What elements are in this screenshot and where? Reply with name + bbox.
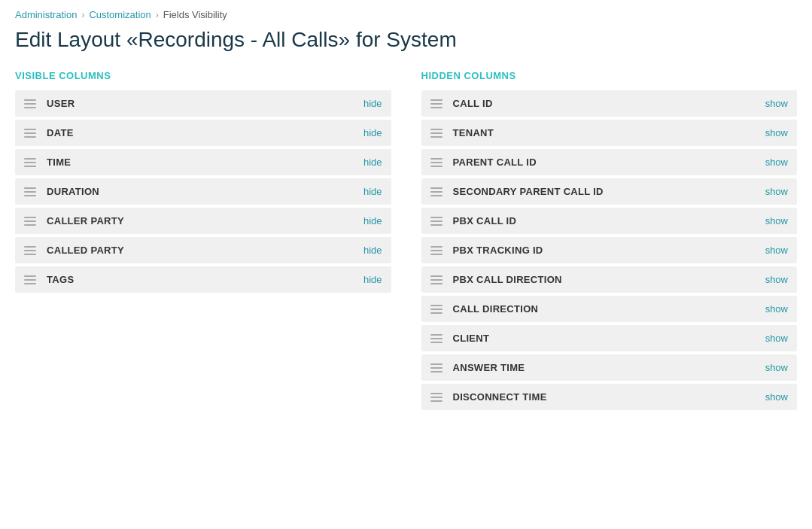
table-row: DURATION hide — [15, 178, 391, 205]
visible-columns-rows: USER hide DATE hide TIME hide DURATION h… — [15, 90, 391, 293]
table-row: SECONDARY PARENT CALL ID show — [421, 178, 798, 205]
table-row: DISCONNECT TIME show — [421, 384, 798, 410]
row-label: CLIENT — [453, 333, 765, 344]
drag-handle[interactable] — [24, 129, 36, 138]
table-row: TIME hide — [15, 149, 391, 175]
drag-handle[interactable] — [24, 275, 36, 284]
table-row: PBX CALL DIRECTION show — [421, 266, 798, 293]
table-row: DATE hide — [15, 120, 391, 146]
table-row: ANSWER TIME show — [421, 354, 798, 381]
show-button[interactable]: show — [765, 333, 788, 344]
row-label: ANSWER TIME — [453, 362, 765, 373]
table-row: TAGS hide — [15, 266, 391, 293]
drag-handle[interactable] — [24, 187, 36, 196]
hide-button[interactable]: hide — [363, 215, 382, 226]
row-label: PARENT CALL ID — [453, 157, 765, 168]
columns-container: VISIBLE COLUMNS USER hide DATE hide TIME… — [15, 70, 797, 410]
table-row: USER hide — [15, 90, 391, 117]
drag-handle[interactable] — [430, 158, 442, 167]
row-label: DISCONNECT TIME — [453, 391, 765, 403]
table-row: CALLER PARTY hide — [15, 208, 391, 234]
show-button[interactable]: show — [765, 245, 788, 256]
hidden-columns-section: HIDDEN COLUMNS CALL ID show TENANT show … — [421, 70, 798, 410]
table-row: PBX TRACKING ID show — [421, 237, 798, 263]
breadcrumb: Administration › Customization › Fields … — [15, 9, 797, 20]
drag-handle[interactable] — [430, 334, 442, 343]
drag-handle[interactable] — [430, 363, 442, 372]
page-title: Edit Layout «Recordings - All Calls» for… — [15, 28, 797, 52]
table-row: PBX CALL ID show — [421, 208, 798, 234]
table-row: CALLED PARTY hide — [15, 237, 391, 263]
drag-handle[interactable] — [24, 217, 36, 226]
row-label: CALLED PARTY — [47, 245, 363, 256]
show-button[interactable]: show — [765, 274, 788, 285]
hide-button[interactable]: hide — [363, 245, 382, 256]
drag-handle[interactable] — [430, 99, 442, 108]
table-row: CLIENT show — [421, 325, 798, 351]
hide-button[interactable]: hide — [363, 157, 382, 168]
breadcrumb-fields-visibility: Fields Visibility — [163, 9, 227, 20]
show-button[interactable]: show — [765, 157, 788, 168]
breadcrumb-sep-1: › — [81, 10, 84, 20]
hide-button[interactable]: hide — [363, 274, 382, 285]
row-label: CALL DIRECTION — [453, 303, 765, 315]
hide-button[interactable]: hide — [363, 127, 382, 138]
drag-handle[interactable] — [24, 246, 36, 255]
hide-button[interactable]: hide — [363, 98, 382, 109]
row-label: PBX CALL DIRECTION — [453, 274, 765, 285]
drag-handle[interactable] — [430, 275, 442, 284]
row-label: CALLER PARTY — [47, 215, 363, 226]
drag-handle[interactable] — [430, 129, 442, 138]
visible-columns-heading: VISIBLE COLUMNS — [15, 70, 391, 81]
drag-handle[interactable] — [430, 393, 442, 402]
table-row: PARENT CALL ID show — [421, 149, 798, 175]
breadcrumb-sep-2: › — [156, 10, 159, 20]
drag-handle[interactable] — [24, 99, 36, 108]
row-label: DURATION — [47, 186, 363, 197]
row-label: PBX CALL ID — [453, 215, 765, 226]
row-label: TIME — [47, 157, 363, 168]
hidden-columns-rows: CALL ID show TENANT show PARENT CALL ID … — [421, 90, 798, 410]
row-label: DATE — [47, 127, 363, 138]
drag-handle[interactable] — [430, 187, 442, 196]
table-row: TENANT show — [421, 120, 798, 146]
table-row: CALL DIRECTION show — [421, 296, 798, 322]
show-button[interactable]: show — [765, 362, 788, 373]
show-button[interactable]: show — [765, 303, 788, 315]
breadcrumb-administration[interactable]: Administration — [15, 9, 77, 20]
hidden-columns-heading: HIDDEN COLUMNS — [421, 70, 798, 81]
row-label: TENANT — [453, 127, 765, 138]
show-button[interactable]: show — [765, 186, 788, 197]
show-button[interactable]: show — [765, 215, 788, 226]
show-button[interactable]: show — [765, 127, 788, 138]
show-button[interactable]: show — [765, 98, 788, 109]
drag-handle[interactable] — [430, 246, 442, 255]
row-label: TAGS — [47, 274, 363, 285]
visible-columns-section: VISIBLE COLUMNS USER hide DATE hide TIME… — [15, 70, 391, 410]
row-label: SECONDARY PARENT CALL ID — [453, 186, 765, 197]
row-label: PBX TRACKING ID — [453, 245, 765, 256]
breadcrumb-customization[interactable]: Customization — [89, 9, 151, 20]
hide-button[interactable]: hide — [363, 186, 382, 197]
drag-handle[interactable] — [24, 158, 36, 167]
row-label: CALL ID — [453, 98, 765, 109]
drag-handle[interactable] — [430, 305, 442, 314]
row-label: USER — [47, 98, 363, 109]
drag-handle[interactable] — [430, 217, 442, 226]
show-button[interactable]: show — [765, 391, 788, 403]
table-row: CALL ID show — [421, 90, 798, 117]
